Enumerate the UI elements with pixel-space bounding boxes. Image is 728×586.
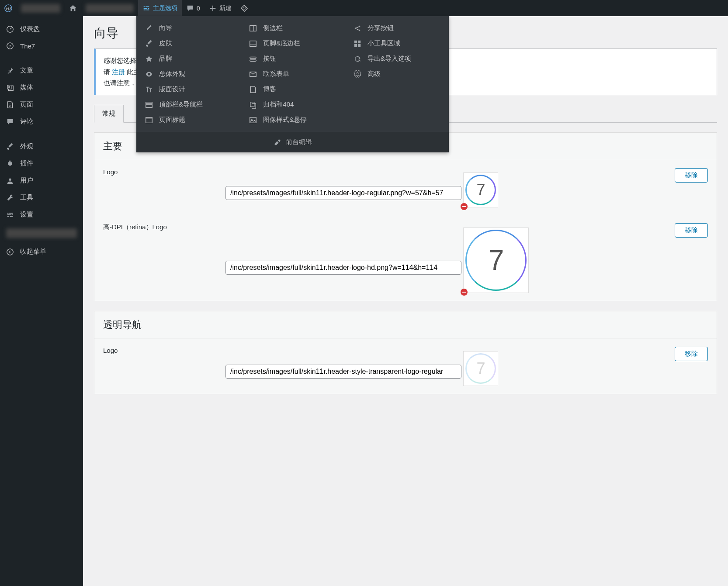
comments-link[interactable]: 0 bbox=[182, 0, 205, 16]
tab-general[interactable]: 常规 bbox=[94, 105, 124, 123]
image-icon bbox=[249, 116, 257, 124]
share-icon bbox=[354, 24, 361, 32]
media-icon bbox=[6, 84, 14, 92]
menu-topbar-nav[interactable]: 顶部栏&导航栏 bbox=[141, 97, 236, 112]
home-icon bbox=[69, 4, 77, 12]
theme-options-dropdown: 向导 皮肤 品牌 总体外观 版面设计 顶部栏&导航栏 页面标题 侧边栏 页脚&底… bbox=[136, 16, 449, 152]
menu-advanced[interactable]: 高级 bbox=[349, 66, 444, 82]
settings-icon bbox=[6, 211, 14, 219]
menu-button[interactable]: 按钮 bbox=[245, 51, 340, 66]
layout-top-icon bbox=[145, 101, 153, 109]
site-sub-blurred[interactable] bbox=[81, 0, 138, 16]
input-logo[interactable] bbox=[225, 186, 461, 200]
menu-footer[interactable]: 页脚&底边栏 bbox=[245, 36, 340, 51]
dashboard-icon bbox=[6, 25, 14, 33]
the7-icon: 7 bbox=[6, 42, 14, 50]
sidebar-blurred-item bbox=[6, 228, 77, 238]
plug-icon bbox=[6, 160, 14, 168]
wp-logo[interactable] bbox=[0, 0, 17, 16]
svg-rect-13 bbox=[354, 44, 357, 46]
menu-archive[interactable]: 归档和404 bbox=[245, 97, 340, 112]
menu-brand[interactable]: 品牌 bbox=[141, 51, 236, 66]
label-logo-hd: 高-DPI（retina）Logo bbox=[103, 223, 225, 231]
sidebar-posts[interactable]: 文章 bbox=[0, 62, 83, 79]
sidebar-media[interactable]: 媒体 bbox=[0, 79, 83, 96]
input-logo-hd[interactable] bbox=[225, 261, 461, 275]
comments-count: 0 bbox=[197, 5, 200, 12]
plus-icon bbox=[209, 4, 217, 12]
home-link[interactable] bbox=[65, 0, 81, 16]
sidebar-tools[interactable]: 工具 bbox=[0, 189, 83, 206]
menu-skin[interactable]: 皮肤 bbox=[141, 36, 236, 51]
panel-main: 主要 Logo 7 移除 高-DPI（retina）Logo 7 bbox=[94, 132, 717, 301]
sidebar-the7[interactable]: 7The7 bbox=[0, 38, 83, 54]
remove-logo-button[interactable]: 移除 bbox=[675, 168, 708, 183]
menu-page-title[interactable]: 页面标题 bbox=[141, 112, 236, 128]
sidebar-comments[interactable]: 评论 bbox=[0, 113, 83, 130]
menu-widget[interactable]: 小工具区域 bbox=[349, 36, 444, 51]
remove-badge-icon[interactable] bbox=[461, 203, 468, 210]
dropdown-col-2: 侧边栏 页脚&底边栏 按钮 联系表单 博客 归档和404 图像样式&悬停 bbox=[240, 21, 344, 128]
svg-point-19 bbox=[7, 248, 13, 255]
sidebar-appearance[interactable]: 外观 bbox=[0, 138, 83, 155]
sliders-icon bbox=[142, 4, 150, 12]
extra-icon[interactable] bbox=[236, 0, 253, 16]
wrench-icon bbox=[6, 194, 14, 202]
svg-rect-14 bbox=[358, 44, 361, 46]
frontend-editor-link[interactable]: 前台编辑 bbox=[136, 132, 449, 152]
new-content[interactable]: 新建 bbox=[205, 0, 236, 16]
preview-logo[interactable]: 7 bbox=[463, 172, 498, 207]
svg-point-7 bbox=[251, 118, 253, 120]
remove-logo-hd-button[interactable]: 移除 bbox=[675, 223, 708, 238]
label-transparent-logo: Logo bbox=[103, 347, 225, 354]
preview-logo-hd[interactable]: 7 bbox=[463, 228, 529, 293]
sidebar-dashboard[interactable]: 仪表盘 bbox=[0, 21, 83, 38]
input-transparent-logo[interactable] bbox=[225, 365, 461, 379]
page-icon bbox=[249, 86, 257, 93]
menu-sidebar[interactable]: 侧边栏 bbox=[245, 21, 340, 36]
menu-contact[interactable]: 联系表单 bbox=[245, 66, 340, 82]
svg-rect-3 bbox=[250, 57, 256, 59]
svg-rect-1 bbox=[250, 25, 256, 31]
theme-options-menu[interactable]: 主题选项 bbox=[138, 0, 182, 16]
mail-icon bbox=[249, 70, 257, 78]
footer-icon bbox=[249, 40, 257, 48]
menu-wizard[interactable]: 向导 bbox=[141, 21, 236, 36]
theme-options-label: 主题选项 bbox=[153, 4, 177, 12]
eye-icon bbox=[145, 70, 153, 78]
wordpress-icon bbox=[4, 4, 12, 12]
header-icon bbox=[145, 116, 153, 124]
diamond-icon bbox=[240, 4, 248, 12]
menu-general[interactable]: 总体外观 bbox=[141, 66, 236, 82]
remove-badge-icon[interactable] bbox=[461, 289, 468, 296]
menu-blog[interactable]: 博客 bbox=[245, 82, 340, 97]
gear-icon bbox=[354, 70, 361, 78]
text-icon bbox=[145, 86, 153, 93]
sidebar-users[interactable]: 用户 bbox=[0, 172, 83, 189]
svg-point-9 bbox=[354, 28, 356, 29]
sidebar-settings[interactable]: 设置 bbox=[0, 206, 83, 223]
brush-icon bbox=[6, 143, 14, 151]
remove-transparent-logo-button[interactable]: 移除 bbox=[675, 347, 708, 361]
admin-sidebar: 仪表盘 7The7 文章 媒体 页面 评论 外观 插件 用户 工具 设置 收起菜… bbox=[0, 16, 83, 586]
menu-import-export[interactable]: 导出&导入选项 bbox=[349, 51, 444, 66]
sidebar-pages[interactable]: 页面 bbox=[0, 96, 83, 113]
svg-rect-4 bbox=[250, 59, 256, 61]
preview-transparent-logo[interactable]: 7 bbox=[463, 351, 498, 386]
sidebar-collapse[interactable]: 收起菜单 bbox=[0, 243, 83, 260]
user-icon bbox=[6, 177, 14, 185]
transparent-logo-preview-image: 7 bbox=[465, 353, 496, 384]
grid-icon bbox=[354, 40, 361, 48]
svg-point-10 bbox=[358, 29, 360, 31]
sidebar-icon bbox=[249, 24, 257, 32]
svg-rect-6 bbox=[250, 117, 256, 123]
collapse-icon bbox=[6, 248, 14, 256]
admin-topbar: 主题选项 0 新建 bbox=[0, 0, 728, 16]
site-name-blurred[interactable] bbox=[17, 0, 65, 16]
menu-layout[interactable]: 版面设计 bbox=[141, 82, 236, 97]
menu-image-hover[interactable]: 图像样式&悬停 bbox=[245, 112, 340, 128]
sidebar-plugins[interactable]: 插件 bbox=[0, 155, 83, 172]
logo-hd-preview-image: 7 bbox=[465, 230, 527, 291]
register-link[interactable]: 注册 bbox=[112, 68, 125, 76]
menu-share[interactable]: 分享按钮 bbox=[349, 21, 444, 36]
